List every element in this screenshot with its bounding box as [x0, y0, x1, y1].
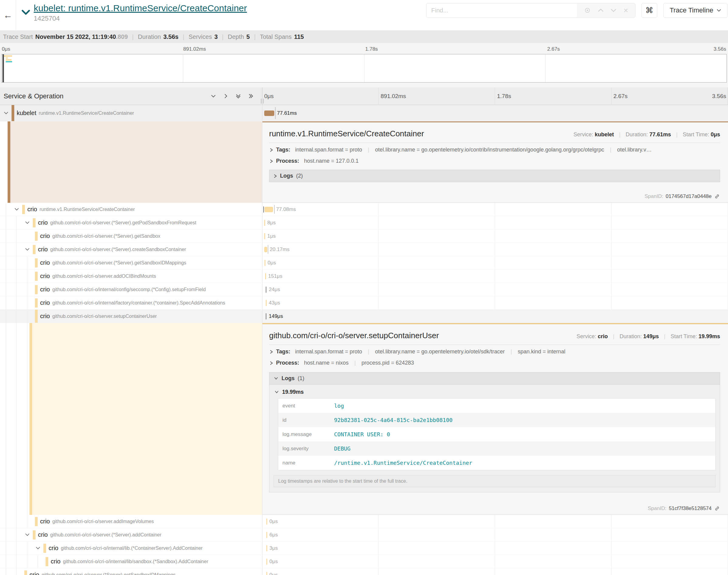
span-bar[interactable]	[266, 532, 267, 538]
span-name-cell[interactable]: crio github.com/cri-o/cri-o/server.addIm…	[0, 515, 262, 528]
clear-search-icon[interactable]: ×	[624, 6, 628, 15]
chevron-down-icon[interactable]	[35, 547, 41, 549]
chevron-down-icon[interactable]	[24, 533, 30, 536]
span-timeline-cell[interactable]: 6μs	[262, 528, 728, 542]
span-name-cell[interactable]: crio github.com/cri-o/cri-o/server.(*Ser…	[0, 230, 262, 243]
span-timeline-cell[interactable]: 0μs	[262, 555, 728, 568]
span-timeline-cell[interactable]: 24μs	[262, 283, 728, 296]
span-timeline-cell[interactable]: 3μs	[262, 542, 728, 555]
span-duration: 43μs	[269, 300, 280, 306]
log-field-value: /runtime.v1.RuntimeService/CreateContain…	[334, 460, 711, 466]
table-row: crio github.com/cri-o/cri-o/internal/lib…	[0, 555, 728, 568]
span-name-cell[interactable]: kubelet runtime.v1.RuntimeService/Create…	[0, 105, 262, 122]
minimap-left-scrubber[interactable]	[2, 54, 4, 82]
logs-accordion[interactable]: Logs (2)	[269, 170, 720, 182]
expand-all-double-chevron-right-icon[interactable]	[248, 93, 254, 99]
span-name-cell[interactable]: crio github.com/cri-o/cri-o/server.(*Ser…	[0, 243, 262, 256]
span-bar[interactable]	[264, 110, 274, 116]
span-name-cell[interactable]: crio github.com/cri-o/cri-o/server.(*Ser…	[0, 216, 262, 230]
collapse-all-double-chevron-down-icon[interactable]	[235, 93, 241, 99]
operation-name: github.com/cri-o/cri-o/internal/lib.(*Co…	[61, 546, 203, 551]
log-entry-accordion[interactable]: 19.99ms	[274, 386, 716, 398]
find-cluster: × ⌘ Trace Timeline	[426, 3, 727, 18]
span-bar[interactable]	[265, 273, 266, 279]
span-bar[interactable]	[266, 572, 267, 575]
next-result-chevron-down-icon[interactable]	[610, 8, 617, 12]
span-name-cell[interactable]: crio runtime.v1.RuntimeService/CreateCon…	[0, 203, 262, 216]
span-name-cell[interactable]: crio github.com/cri-o/cri-o/server.(*Ser…	[0, 528, 262, 542]
span-name-cell[interactable]: crio github.com/cri-o/cri-o/server.(*Ser…	[0, 256, 262, 270]
locate-icon[interactable]	[584, 7, 591, 14]
span-bar[interactable]	[264, 220, 265, 226]
chevron-down-icon[interactable]	[3, 112, 9, 114]
span-name-cell[interactable]: crio github.com/cri-o/cri-o/internal/con…	[0, 283, 262, 296]
span-timeline-cell[interactable]: 20.17ms	[262, 243, 728, 256]
link-icon[interactable]	[714, 193, 720, 199]
minimap-tick: 0μs	[2, 46, 10, 52]
span-name-cell[interactable]: crio github.com/cri-o/cri-o/server.addOC…	[0, 270, 262, 283]
span-bar[interactable]	[265, 207, 273, 212]
process-accordion[interactable]: Process: host.name = nixos | process.pid…	[269, 356, 720, 367]
span-timeline-cell[interactable]: 1μs	[262, 230, 728, 243]
span-name-cell[interactable]: crio github.com/cri-o/cri-o/server.setup…	[0, 310, 262, 323]
span-name-cell[interactable]: crio github.com/cri-o/cri-o/internal/lib…	[0, 542, 262, 555]
find-nav-group: ×	[577, 3, 635, 17]
collapse-one-chevron-down-icon[interactable]	[210, 93, 216, 99]
service-value: kubelet	[595, 131, 614, 138]
chevron-down-icon[interactable]	[24, 221, 30, 224]
service-name: crio	[40, 259, 50, 266]
span-name-cell[interactable]: crio github.com/cri-o/cri-o/internal/lib…	[0, 555, 262, 568]
span-duration: 149μs	[269, 313, 283, 319]
prev-result-chevron-up-icon[interactable]	[598, 8, 604, 12]
span-timeline-cell[interactable]: 0μs	[262, 568, 728, 575]
span-bar[interactable]	[266, 518, 267, 525]
keyboard-shortcuts-button[interactable]: ⌘	[641, 3, 657, 18]
span-bar[interactable]	[264, 233, 265, 239]
process-accordion[interactable]: Process: host.name = 127.0.0.1	[269, 154, 720, 165]
table-row: crio github.com/cri-o/cri-o/internal/fac…	[0, 296, 728, 310]
total-spans-label: Total Spans	[260, 33, 292, 40]
operation-name: github.com/cri-o/cri-o/server.(*Server).…	[52, 233, 160, 239]
service-name: crio	[38, 531, 48, 538]
link-icon[interactable]	[714, 505, 720, 512]
minimap-tick: 2.67s	[547, 46, 560, 52]
tags-accordion[interactable]: Tags: internal.span.format = proto | ote…	[269, 345, 720, 356]
span-bar[interactable]	[266, 313, 266, 319]
span-timeline-cell[interactable]: 149μs	[262, 310, 728, 323]
span-bar[interactable]	[265, 260, 265, 266]
span-bar[interactable]	[266, 545, 267, 551]
span-timeline-cell[interactable]: 0μs	[262, 256, 728, 270]
span-timeline-cell[interactable]: 77.61ms	[262, 105, 728, 122]
chevron-right-icon	[270, 361, 273, 366]
span-timeline-cell[interactable]: 8μs	[262, 216, 728, 230]
table-row: crio github.com/cri-o/cri-o/server.(*Ser…	[0, 243, 728, 256]
span-timeline-cell[interactable]: 77.08ms	[262, 203, 728, 216]
expand-one-chevron-right-icon[interactable]	[223, 93, 229, 99]
chevron-down-icon[interactable]	[14, 208, 20, 211]
span-name-cell[interactable]: crio github.com/cri-o/cri-o/internal/fac…	[0, 296, 262, 310]
trace-view-selector[interactable]: Trace Timeline	[663, 3, 727, 18]
span-bar[interactable]	[266, 286, 266, 293]
back-arrow-icon: ←	[3, 10, 12, 20]
operation-name: github.com/cri-o/cri-o/internal/config/s…	[52, 287, 206, 292]
collapse-header-chevron-icon[interactable]	[22, 10, 30, 15]
axis-tick: 0μs	[264, 93, 274, 100]
minimap-canvas[interactable]	[1, 54, 727, 82]
find-input[interactable]	[426, 3, 577, 17]
span-bar[interactable]	[266, 559, 267, 565]
back-button[interactable]: ←	[0, 0, 16, 30]
spans-table-header: Service & Operation 0μs 891.02ms 1.78s 2…	[0, 88, 728, 105]
span-timeline-cell[interactable]: 43μs	[262, 296, 728, 310]
chevron-down-icon[interactable]	[24, 248, 30, 251]
service-color-bar	[33, 245, 36, 254]
span-bar[interactable]	[264, 247, 267, 252]
tags-accordion[interactable]: Tags: internal.span.format = proto | ote…	[269, 143, 720, 154]
trace-title-link[interactable]: kubelet: runtime.v1.RuntimeService/Creat…	[34, 3, 247, 13]
logs-accordion[interactable]: Logs (1)	[269, 372, 720, 385]
span-bar[interactable]	[266, 300, 267, 306]
span-timeline-cell[interactable]: 0μs	[262, 515, 728, 528]
trace-title-block: kubelet: runtime.v1.RuntimeService/Creat…	[16, 0, 247, 30]
tag-item: otel.library.name = go.opentelemetry.io/…	[375, 348, 505, 354]
span-timeline-cell[interactable]: 151μs	[262, 270, 728, 283]
span-name-cell[interactable]: crio github.com/cri-o/cri-o/server.(*Ser…	[0, 568, 262, 575]
